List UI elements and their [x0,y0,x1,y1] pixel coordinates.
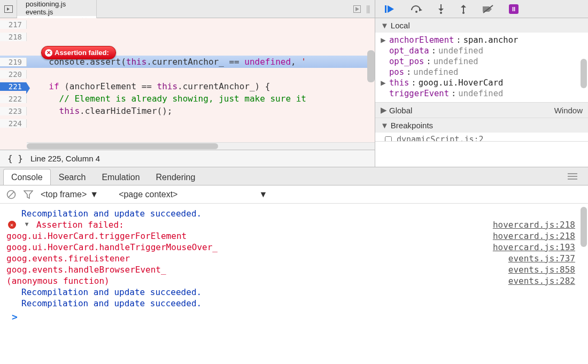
message-text: Recompilation and update succeeded. [21,208,575,219]
context-selector[interactable]: <page context> ▼ [119,190,267,199]
scope-global-header[interactable]: ▶ Global Window [375,103,588,118]
tab-label: events.js [26,8,53,16]
scope-variable[interactable]: pos: undefined [380,67,588,78]
source-link[interactable]: hovercard.js:218 [493,231,575,241]
source-link[interactable]: hovercard.js:193 [493,242,575,252]
file-tab-1[interactable]: events.js [17,8,97,16]
editor-pane: positioning.jsevents.js⚠hovercard.js*✕ |… [0,0,375,167]
variable-name: opt_pos [389,57,424,66]
code-line[interactable]: 217 [0,18,375,30]
editor-horizontal-scrollbar[interactable] [27,142,375,150]
console-toolbar: <top frame> ▼ <page context> ▼ [0,185,588,204]
line-number[interactable]: 217 [0,20,27,29]
line-number[interactable]: 219 [0,58,27,66]
code-text: this.clearHideTimer(); [27,106,375,116]
variable-value: undefined [438,46,483,56]
filter-icon[interactable] [24,190,33,199]
chevron-down-icon: ▼ [90,190,98,199]
variable-value: undefined [458,89,503,98]
scope-variable[interactable]: opt_data: undefined [380,45,588,56]
breakpoint-item[interactable]: dynamicScript.js:2 [385,135,588,141]
breakpoint-checkbox[interactable] [385,136,392,141]
stack-frame[interactable]: goog.ui.HoverCard.handleTriggerMouseOver… [6,242,575,253]
message-text: Recompilation and update succeeded. [21,287,575,297]
scope-variable[interactable]: opt_pos: undefined [380,56,588,67]
step-over-icon[interactable] [411,5,422,13]
code-line[interactable]: 220 [0,68,375,80]
variable-value: span.anchor [463,35,519,45]
scope-variable[interactable]: ▶anchorElement: span.anchor [380,35,588,45]
code-line[interactable]: 221 if (anchorElement == this.currentAnc… [0,80,375,92]
variable-name: opt_data [389,46,429,56]
chevron-right-icon: ▶ [380,35,387,45]
scope-variable[interactable]: ▶this: goog.ui.HoverCard [380,78,588,88]
code-line[interactable]: 224 [0,117,375,129]
drawer-menu-icon[interactable] [560,167,585,185]
console-vertical-scrollbar[interactable] [581,207,587,247]
svg-marker-9 [438,9,444,11]
svg-line-20 [9,192,14,197]
console-body[interactable]: Recompilation and update succeeded.✕▼Ass… [0,204,588,364]
code-line[interactable]: 218 [0,30,375,43]
source-link[interactable]: hovercard.js:218 [493,220,575,230]
variable-value: goog.ui.HoverCard [419,78,504,88]
source-link[interactable]: events.js:858 [508,265,575,275]
line-number[interactable]: 224 [0,119,27,128]
deactivate-breakpoints-icon[interactable] [482,5,494,13]
svg-point-6 [415,11,417,13]
scope-variable[interactable]: triggerEvent: undefined [380,88,588,99]
svg-marker-7 [419,8,422,11]
line-number[interactable]: 220 [0,70,27,79]
code-text: // Element is already showing, just make… [27,94,375,104]
message-text: Recompilation and update succeeded. [21,298,575,308]
code-line[interactable]: 222 // Element is already showing, just … [0,92,375,105]
line-number[interactable]: 222 [0,95,27,103]
stack-frame[interactable]: goog.events.fireListenerevents.js:737 [6,253,575,264]
chevron-down-icon: ▼ [381,121,389,130]
drawer-tab-console[interactable]: Console [3,169,51,185]
navigator-toggle-icon[interactable] [0,0,17,18]
code-line[interactable]: 223 this.clearHideTimer(); [0,105,375,117]
drawer-tabbar: ConsoleSearchEmulationRendering [0,167,588,185]
stack-frame[interactable]: goog.ui.HoverCard.triggerForElementhover… [6,230,575,242]
step-into-icon[interactable] [437,4,445,14]
stack-frame[interactable]: (anonymous function)events.js:282 [6,275,575,286]
pause-on-exceptions-icon[interactable]: II [509,4,519,14]
toggle-wrap-icon[interactable]: ||| [366,4,369,14]
console-prompt[interactable]: > [6,309,575,324]
code-area[interactable]: 217218219 console.assert(this.currentAnc… [0,18,375,150]
svg-marker-12 [461,5,466,7]
run-snippet-icon[interactable] [353,5,361,13]
frame-selector[interactable]: <top frame> ▼ [41,190,98,199]
chevron-down-icon[interactable]: ▼ [25,221,29,228]
cursor-position: Line 225, Column 4 [30,154,100,163]
source-link[interactable]: events.js:737 [508,253,575,264]
variable-name: triggerEvent [389,89,449,98]
file-tab-0[interactable]: positioning.js [17,0,97,8]
sidebar-vertical-scrollbar[interactable] [581,59,587,88]
drawer-tab-search[interactable]: Search [51,169,94,185]
line-number[interactable]: 218 [0,33,27,41]
editor-statusbar: { } Line 225, Column 4 [0,150,375,167]
variable-value: undefined [413,67,458,77]
console-message-error[interactable]: ✕▼Assertion failed:hovercard.js:218 [6,219,575,230]
step-out-icon[interactable] [460,4,467,14]
drawer-tab-rendering[interactable]: Rendering [148,169,204,185]
assertion-error-text: Assertion failed: [55,49,109,57]
code-text: if (anchorElement == this.currentAnchor_… [27,81,375,91]
breakpoints-header[interactable]: ▼ Breakpoints [375,118,588,133]
resume-icon[interactable] [385,5,396,13]
chevron-right-icon: ▶ [380,78,387,88]
stack-frame[interactable]: goog.events.handleBrowserEvent_events.js… [6,264,575,275]
drawer-tab-emulation[interactable]: Emulation [94,169,148,185]
clear-console-icon[interactable] [6,190,16,199]
editor-vertical-scrollbar[interactable] [367,50,375,82]
svg-rect-4 [385,5,386,13]
error-close-icon: ✕ [45,49,52,57]
line-number[interactable]: 221 [0,82,27,91]
source-link[interactable]: events.js:282 [508,276,575,286]
line-number[interactable]: 223 [0,107,27,115]
pretty-print-icon[interactable]: { } [7,153,23,164]
scope-local-header[interactable]: ▼ Local [375,18,588,33]
drawer: ConsoleSearchEmulationRendering <top fra… [0,167,588,364]
